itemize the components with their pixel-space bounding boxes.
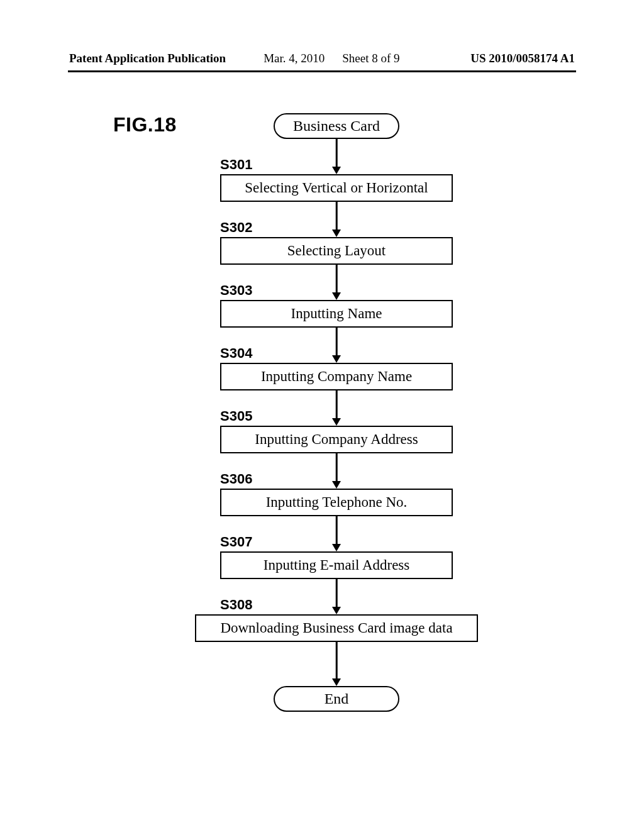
step-id: S304 [220,345,252,362]
flow-connector: S308 [192,579,481,614]
flow-line [336,453,338,485]
flow-step-s306: Inputting Telephone No. [220,489,453,516]
arrow-down-icon [332,607,341,614]
flow-line [336,265,338,296]
step-id: S302 [220,219,252,236]
flow-step-s307: Inputting E-mail Address [220,551,453,579]
page-header: Patent Application Publication Mar. 4, 2… [0,52,644,65]
step-text: Selecting Layout [287,243,386,258]
step-text: Inputting Name [291,306,382,321]
arrow-down-icon [332,355,341,363]
flow-connector: S304 [192,328,481,363]
step-id: S308 [220,597,252,613]
step-text: Inputting Company Name [261,368,412,384]
flow-line [336,642,338,682]
header-divider [68,70,576,72]
flow-step-s303: Inputting Name [220,300,453,328]
flow-connector [192,642,481,686]
step-id: S303 [220,282,252,299]
flowchart: Business Card S301 Selecting Vertical or… [192,113,481,712]
publication-date: Mar. 4, 2010 [264,52,325,65]
flow-line [336,328,338,359]
flow-line [336,516,338,548]
flow-connector: S302 [192,202,481,237]
step-id: S305 [220,408,252,424]
step-id: S307 [220,534,252,550]
arrow-down-icon [332,167,341,174]
flow-end-terminator: End [274,686,399,712]
flow-step-s305: Inputting Company Address [220,426,453,453]
step-text: Inputting E-mail Address [264,557,410,573]
step-id: S301 [220,157,252,173]
step-id: S306 [220,471,252,487]
step-text: Selecting Vertical or Horizontal [245,180,428,196]
flow-connector: S305 [192,390,481,426]
flow-step-s302: Selecting Layout [220,237,453,265]
flow-connector: S301 [192,139,481,174]
step-text: Inputting Telephone No. [266,494,408,510]
step-text: Inputting Company Address [255,431,418,447]
flow-end-text: End [325,690,349,707]
publication-type: Patent Application Publication [69,52,226,65]
flow-line [336,202,338,233]
arrow-down-icon [332,418,341,426]
flow-connector: S306 [192,453,481,489]
arrow-down-icon [332,481,341,489]
arrow-down-icon [332,292,341,300]
flow-step-s308: Downloading Business Card image data [195,614,478,642]
flow-start-text: Business Card [293,118,380,134]
flow-connector: S303 [192,265,481,300]
flow-line [336,390,338,422]
flow-line [336,139,338,170]
publication-number: US 2010/0058174 A1 [470,52,575,65]
arrow-down-icon [332,230,341,237]
flow-connector: S307 [192,516,481,551]
figure-label: FIG.18 [113,113,177,136]
step-text: Downloading Business Card image data [220,620,452,636]
arrow-down-icon [332,678,341,686]
flow-step-s301: Selecting Vertical or Horizontal [220,174,453,202]
flow-start-terminator: Business Card [274,113,399,139]
flow-step-s304: Inputting Company Name [220,363,453,390]
flow-line [336,579,338,611]
sheet-number: Sheet 8 of 9 [342,52,399,65]
arrow-down-icon [332,544,341,551]
